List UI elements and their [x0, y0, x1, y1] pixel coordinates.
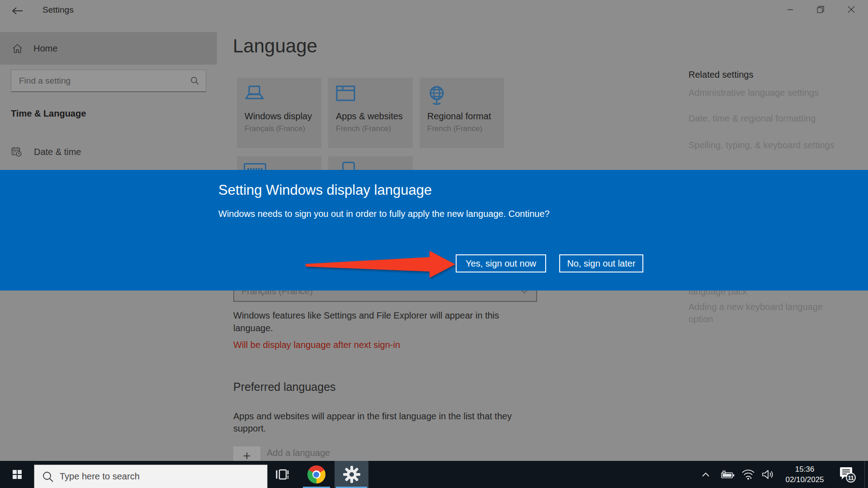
show-desktop-button[interactable]	[864, 461, 868, 488]
preferred-languages-heading: Preferred languages	[233, 380, 336, 394]
dialog-title: Setting Windows display language	[218, 182, 432, 198]
wifi-icon	[741, 469, 755, 480]
laptop-icon	[244, 85, 265, 101]
task-view-button[interactable]	[268, 461, 297, 488]
tile-title: Regional format	[427, 111, 491, 122]
wifi-tray-button[interactable]	[739, 461, 758, 488]
battery-tray-button[interactable]	[718, 461, 738, 488]
tile-subtitle: French (France)	[427, 124, 482, 133]
windows-logo-icon	[13, 470, 22, 479]
settings-taskbar-button[interactable]	[335, 461, 368, 488]
minimize-button[interactable]	[780, 0, 801, 19]
clock-tray-button[interactable]: 15:36 02/10/2025	[780, 461, 830, 488]
sidebar-item-home[interactable]: Home	[0, 32, 217, 65]
close-icon	[848, 6, 855, 13]
plus-icon: +	[233, 446, 260, 461]
tray-date: 02/10/2025	[785, 474, 824, 485]
no-sign-out-later-button[interactable]: No, sign out later	[559, 254, 643, 272]
home-icon	[12, 43, 23, 54]
gear-icon	[343, 465, 361, 483]
battery-charging-icon	[721, 469, 735, 480]
yes-sign-out-now-button[interactable]: Yes, sign out now	[456, 254, 546, 272]
sign-in-warning-text: Will be display language after next sign…	[233, 340, 400, 350]
calendar-clock-icon	[11, 146, 22, 157]
dialog-message: Windows needs to sign you out in order t…	[218, 209, 550, 219]
speaker-icon	[762, 469, 774, 480]
taskbar: 15:36 02/10/2025 11	[0, 461, 868, 488]
notification-icon: 11	[837, 465, 857, 483]
search-icon	[190, 76, 199, 85]
tile-windows-display[interactable]: Windows display Français (France)	[237, 78, 321, 148]
globe-icon	[427, 85, 448, 107]
tile-subtitle: French (France)	[336, 124, 391, 133]
window-title: Settings	[42, 5, 74, 15]
find-setting-input[interactable]	[11, 70, 206, 91]
tile-apps-websites[interactable]: Apps & websites French (France)	[328, 78, 413, 148]
sidebar-date-time-label: Date & time	[34, 147, 81, 157]
link-administrative-language-settings[interactable]: Administrative language settings	[689, 88, 819, 98]
browser-window-icon	[335, 85, 356, 102]
volume-tray-button[interactable]	[759, 461, 778, 488]
tile-regional-format[interactable]: Regional format French (France)	[420, 78, 504, 148]
tray-time: 15:36	[795, 464, 815, 474]
taskbar-search-input[interactable]	[34, 465, 267, 488]
tile-title: Apps & websites	[336, 111, 403, 122]
back-arrow-icon	[12, 7, 24, 15]
tile-title: Windows display	[245, 111, 312, 122]
chevron-up-icon	[702, 472, 710, 477]
chrome-icon	[307, 465, 326, 483]
back-button[interactable]	[8, 4, 27, 19]
search-icon	[42, 471, 54, 483]
sidebar-home-label: Home	[33, 43, 57, 54]
display-language-description: Windows features like Settings and File …	[233, 309, 523, 334]
screen: Settings Home	[0, 0, 868, 488]
link-date-time-regional-formatting[interactable]: Date, time & regional formatting	[689, 113, 816, 124]
restore-button[interactable]	[810, 0, 831, 19]
page-title: Language	[233, 35, 317, 57]
sidebar-item-date-time[interactable]: Date & time	[0, 141, 217, 163]
taskbar-search-box	[34, 465, 268, 488]
annotation-arrow	[294, 244, 466, 285]
link-adding-keyboard-language[interactable]: Adding a new keyboard language option	[689, 301, 824, 325]
preferred-languages-description: Apps and websites will appear in the fir…	[233, 410, 541, 435]
minimize-icon	[787, 6, 793, 13]
tile-subtitle: Français (France)	[245, 124, 305, 133]
sidebar-section-heading: Time & Language	[11, 108, 86, 119]
close-button[interactable]	[841, 0, 862, 19]
add-language-label: Add a language	[267, 448, 330, 458]
start-button[interactable]	[0, 461, 34, 488]
related-settings-heading: Related settings	[689, 70, 753, 80]
tray-show-hidden-icons-button[interactable]	[698, 461, 714, 488]
restore-icon	[817, 6, 824, 13]
find-setting-box	[11, 70, 206, 92]
notification-badge: 11	[848, 475, 854, 481]
task-view-icon	[274, 467, 290, 482]
chrome-taskbar-button[interactable]	[299, 461, 333, 488]
notification-center-button[interactable]: 11	[834, 461, 860, 488]
link-spelling-typing-keyboard[interactable]: Spelling, typing, & keyboard settings	[689, 140, 834, 150]
